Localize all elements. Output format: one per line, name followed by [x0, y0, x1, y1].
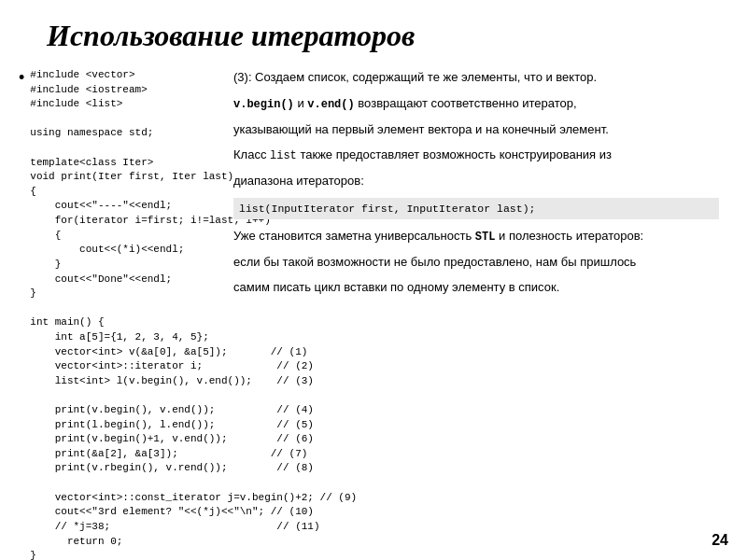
right-text-4-suffix: также предоставляет возможность конструи…	[300, 147, 612, 161]
content-area: • #include <vector> #include <iostream> …	[19, 68, 719, 525]
vend-code: v.end()	[307, 98, 354, 111]
right-text-6-prefix: Уже становится заметна универсальность	[233, 229, 475, 243]
and-text: и	[297, 96, 307, 110]
left-panel: • #include <vector> #include <iostream> …	[19, 68, 224, 525]
bullet-item: • #include <vector> #include <iostream> …	[19, 68, 219, 560]
list-code: list	[270, 149, 297, 162]
vbegin-code: v.begin()	[233, 98, 294, 111]
slide: Использование итераторов • #include <vec…	[0, 0, 747, 560]
klass-text: Класс	[233, 147, 270, 161]
slide-title: Использование итераторов	[47, 19, 719, 53]
right-text-6: Уже становится заметна универсальность S…	[233, 227, 719, 245]
bullet-dot: •	[19, 68, 24, 88]
right-panel: (3): Создаем список, содержащий те же эл…	[224, 68, 719, 525]
right-text-5: диапазона итераторов:	[233, 172, 719, 190]
right-text-8: самим писать цикл вставки по одному элем…	[233, 278, 719, 297]
right-text-3: указывающий на первый элемент вектора и …	[233, 120, 719, 139]
page-number: 24	[712, 532, 728, 549]
right-text-2: v.begin() и v.end() возвращают соответст…	[233, 94, 719, 113]
right-text-7: если бы такой возможности не было предос…	[233, 253, 719, 272]
right-text-6-suffix: и полезность итераторов:	[499, 229, 643, 243]
right-text-4: Класс list также предоставляет возможнос…	[233, 146, 719, 164]
right-text-1: (3): Создаем список, содержащий те же эл…	[233, 68, 719, 87]
stl-text: STL	[475, 231, 496, 244]
list-constructor-code: list(InputIterator first, InputIterator …	[233, 198, 719, 219]
right-text-2-suffix: возвращают соответственно итератор,	[358, 96, 576, 110]
right-text-1-content: (3): Создаем список, содержащий те же эл…	[233, 70, 597, 84]
